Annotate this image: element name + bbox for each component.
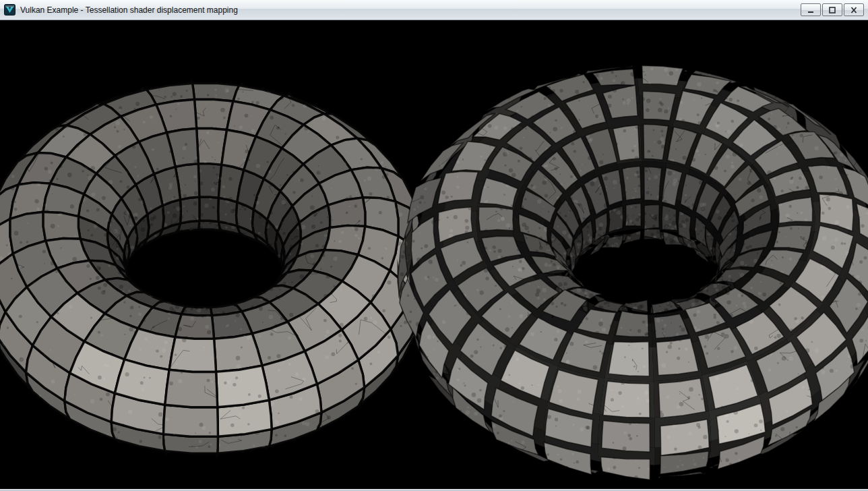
render-viewport — [0, 20, 868, 489]
close-icon — [850, 7, 858, 13]
close-button[interactable] — [844, 3, 864, 16]
torus-left-region — [0, 20, 434, 489]
window-title: Vulkan Example - Tessellation shader dis… — [20, 5, 238, 15]
app-window: Vulkan Example - Tessellation shader dis… — [0, 0, 868, 491]
minimize-icon — [807, 7, 815, 13]
maximize-button[interactable] — [822, 3, 842, 16]
maximize-restore-icon — [828, 7, 836, 13]
torus-right-region — [434, 20, 868, 489]
minimize-button[interactable] — [801, 3, 821, 16]
window-controls — [799, 3, 864, 16]
vulkan-app-icon[interactable] — [4, 4, 16, 16]
titlebar[interactable]: Vulkan Example - Tessellation shader dis… — [0, 0, 868, 20]
